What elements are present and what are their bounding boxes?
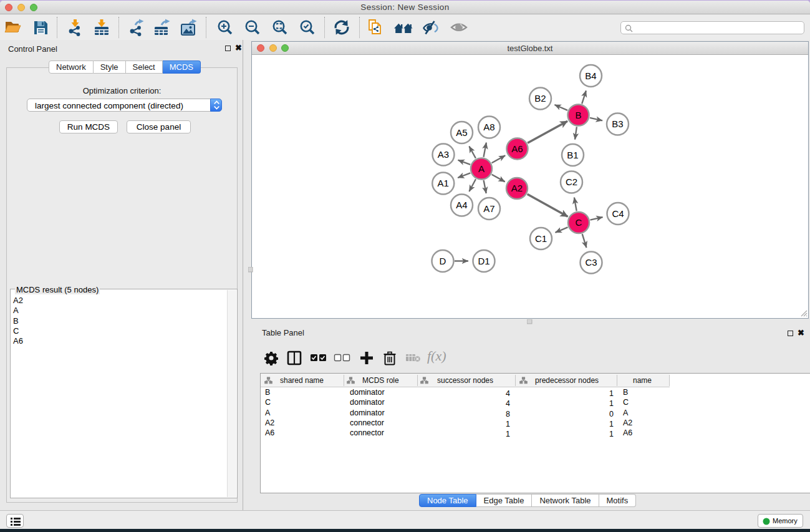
svg-text:A4: A4	[456, 200, 467, 210]
svg-text:A8: A8	[483, 122, 494, 132]
svg-text:C: C	[576, 217, 582, 228]
svg-text:A3: A3	[438, 149, 449, 160]
svg-text:A7: A7	[483, 203, 494, 214]
svg-text:D1: D1	[478, 256, 489, 266]
svg-text:B1: B1	[567, 150, 578, 160]
svg-text:B4: B4	[585, 70, 596, 81]
svg-text:D: D	[440, 256, 446, 266]
svg-text:C4: C4	[612, 208, 624, 219]
svg-text:B2: B2	[534, 93, 546, 104]
svg-text:A5: A5	[456, 127, 467, 138]
svg-text:B: B	[575, 110, 581, 120]
svg-text:A6: A6	[511, 143, 523, 154]
svg-text:C1: C1	[535, 233, 547, 244]
svg-text:A: A	[478, 163, 485, 174]
svg-text:C2: C2	[566, 177, 577, 187]
svg-text:A2: A2	[511, 183, 523, 193]
svg-text:B3: B3	[612, 118, 623, 129]
svg-text:C3: C3	[585, 257, 597, 268]
svg-text:A1: A1	[438, 178, 449, 188]
